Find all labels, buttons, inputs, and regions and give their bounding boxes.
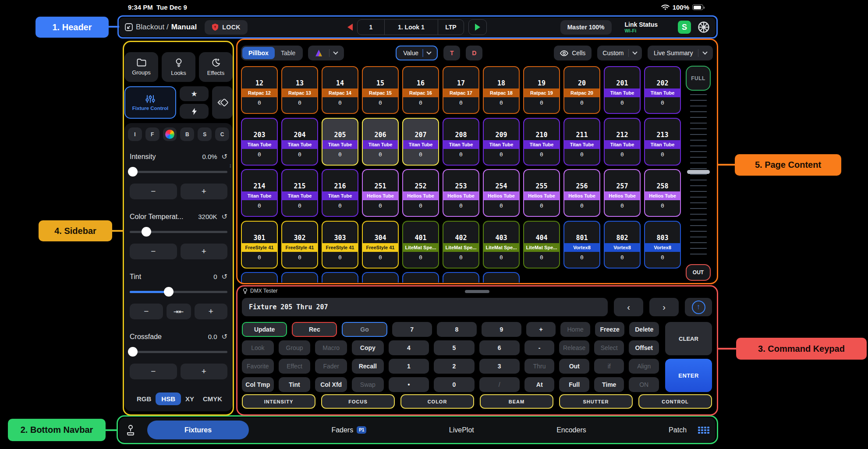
key-home[interactable]: Home <box>560 322 590 337</box>
slider-knob[interactable] <box>164 287 174 297</box>
key-5[interactable]: 5 <box>434 340 474 355</box>
minus-button[interactable]: − <box>130 244 177 259</box>
fixture-cell[interactable]: 803Vortex80 <box>644 221 681 269</box>
fixture-type-dropdown[interactable] <box>308 46 344 60</box>
key-effect[interactable]: Effect <box>279 359 311 374</box>
quick-actions-button[interactable] <box>180 104 209 119</box>
fixture-cell[interactable]: 303FreeStyle 410 <box>322 221 358 269</box>
command-send-button[interactable]: ↑ <box>685 298 712 316</box>
fixture-cell[interactable]: 301FreeStyle 410 <box>241 221 278 269</box>
fixture-cell[interactable]: 304FreeStyle 410 <box>362 221 399 269</box>
key-col-tmp[interactable]: Col Tmp <box>242 377 274 392</box>
fixture-cell[interactable]: 213Titan Tube0 <box>644 118 681 166</box>
key-fader[interactable]: Fader <box>315 359 347 374</box>
nav-tab-liveplot[interactable]: LivePlot <box>449 426 474 434</box>
key-recall[interactable]: Recall <box>352 359 384 374</box>
keypad-toggle-icon[interactable] <box>698 427 709 434</box>
key-on[interactable]: ON <box>629 377 659 392</box>
looks-button[interactable]: Looks <box>162 52 195 82</box>
color-mode-hsb[interactable]: HSB <box>156 392 181 405</box>
fixture-cell[interactable]: 19Ratpac 190 <box>523 66 560 114</box>
key-select[interactable]: Select <box>594 340 624 355</box>
fixture-cell[interactable]: 201Titan Tube0 <box>604 66 641 114</box>
key-7[interactable]: 7 <box>392 322 432 337</box>
effects-button[interactable]: Effects <box>199 52 233 82</box>
fixture-cell[interactable]: 208Titan Tube0 <box>443 118 479 166</box>
cells-visibility-button[interactable]: Cells <box>554 46 592 60</box>
reset-icon[interactable]: ↺ <box>222 212 227 221</box>
fixture-cell[interactable]: 806Vortex80 <box>322 272 358 283</box>
live-summary-dropdown[interactable]: Live Summary <box>648 46 713 60</box>
fixture-cell[interactable]: 210Titan Tube0 <box>523 118 560 166</box>
key-out[interactable]: Out <box>559 359 589 374</box>
delay-button[interactable]: D <box>466 46 482 60</box>
param-slider[interactable] <box>130 167 227 177</box>
key-update[interactable]: Update <box>242 322 287 337</box>
groups-button[interactable]: Groups <box>124 52 158 82</box>
cue-mode[interactable]: LTP <box>438 20 464 35</box>
fixture-cell[interactable]: 206Titan Tube0 <box>362 118 399 166</box>
plus-button[interactable]: + <box>181 364 228 379</box>
key-macro[interactable]: Macro <box>315 340 347 355</box>
key--[interactable]: • <box>389 377 429 392</box>
key-thru[interactable]: Thru <box>524 359 555 374</box>
key-2[interactable]: 2 <box>434 359 474 374</box>
param-slider[interactable] <box>130 287 227 297</box>
fixture-cell[interactable]: 258Helios Tube0 <box>644 169 681 217</box>
fixture-cell[interactable]: 14Ratpac 140 <box>322 66 358 114</box>
tone-button-beam[interactable]: BEAM <box>480 394 553 409</box>
key-offset[interactable]: Offset <box>629 340 659 355</box>
fixture-cell[interactable]: 809Vortex80 <box>443 272 479 283</box>
fixture-cell[interactable]: 255Helios Tube0 <box>523 169 560 217</box>
fixture-cell[interactable]: 252Helios Tube0 <box>402 169 439 217</box>
fixture-cell[interactable]: 254Helios Tube0 <box>483 169 520 217</box>
key-3[interactable]: 3 <box>479 359 520 374</box>
key-col-xfd[interactable]: Col Xfd <box>315 377 347 392</box>
settings-wheel-icon[interactable] <box>697 21 710 34</box>
dmx-tester-label[interactable]: DMX Tester <box>243 288 277 294</box>
key-4[interactable]: 4 <box>389 340 429 355</box>
reset-icon[interactable]: ↺ <box>222 332 227 341</box>
key-align[interactable]: Align <box>629 359 659 374</box>
fixture-cell[interactable]: 20Ratpac 200 <box>563 66 600 114</box>
command-prev-button[interactable]: ‹ <box>614 298 643 316</box>
fixture-cell[interactable]: 209Titan Tube0 <box>483 118 520 166</box>
minus-button[interactable]: − <box>130 364 177 379</box>
lock-button[interactable]: LOCK <box>205 20 248 35</box>
fixture-cell[interactable]: 207Titan Tube0 <box>402 118 439 166</box>
fixture-control-button[interactable]: Fixture Control <box>124 86 176 119</box>
enter-button[interactable]: ENTER <box>665 359 712 392</box>
key-6[interactable]: 6 <box>479 340 520 355</box>
nav-tab-encoders[interactable]: Encoders <box>556 426 586 434</box>
fixture-cell[interactable]: 212Titan Tube0 <box>604 118 641 166</box>
full-button[interactable]: FULL <box>686 66 711 91</box>
fixture-cell[interactable]: 256Helios Tube0 <box>563 169 600 217</box>
slider-knob[interactable] <box>142 227 151 237</box>
fixture-cell[interactable]: 216Titan Tube0 <box>322 169 358 217</box>
color-wheel-chip[interactable] <box>163 127 177 141</box>
command-line-input[interactable]: Fixture 205 Thru 207 <box>242 298 608 316</box>
plus-button[interactable]: + <box>181 184 228 199</box>
fixture-cell[interactable]: 17Ratpac 170 <box>443 66 479 114</box>
chip-c[interactable]: C <box>215 127 229 141</box>
key-release[interactable]: Release <box>559 340 589 355</box>
chip-s[interactable]: S <box>198 127 212 141</box>
center-button[interactable]: ⇥⇤ <box>167 304 191 319</box>
command-next-button[interactable]: › <box>649 298 679 316</box>
fixture-cell[interactable]: 805Vortex80 <box>281 272 318 283</box>
fixture-cell[interactable]: 18Ratpac 180 <box>483 66 520 114</box>
key-delete[interactable]: Delete <box>629 322 659 337</box>
fixture-cell[interactable]: 807Vortex80 <box>362 272 399 283</box>
clear-button[interactable]: CLEAR <box>665 322 712 355</box>
cue-display[interactable]: 1 1. Look 1 LTP <box>357 19 464 35</box>
fixture-cell[interactable]: 804Vortex80 <box>241 272 278 283</box>
key-8[interactable]: 8 <box>437 322 477 337</box>
fixture-cell[interactable]: 16Ratpac 160 <box>402 66 439 114</box>
key-group[interactable]: Group <box>279 340 311 355</box>
tone-button-control[interactable]: CONTROL <box>638 394 712 409</box>
next-cue-button[interactable] <box>468 19 487 35</box>
link-status[interactable]: Link Status Wi-Fi <box>625 21 658 34</box>
slider-knob[interactable] <box>128 167 138 177</box>
tone-button-focus[interactable]: FOCUS <box>321 394 395 409</box>
fixture-cell[interactable]: 801Vortex80 <box>563 221 600 269</box>
